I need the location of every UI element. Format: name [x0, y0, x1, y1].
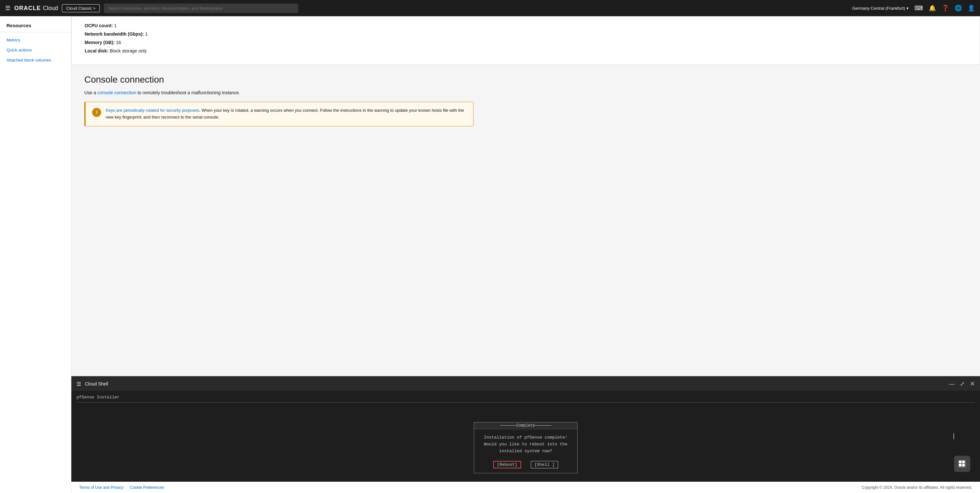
shell-controls: — ⤢ ✕ [949, 380, 975, 387]
console-title: Console connection [84, 75, 967, 85]
disk-value-text: Block storage only [110, 48, 146, 54]
terminal-cursor [953, 433, 954, 439]
shell-close-button[interactable]: ✕ [970, 380, 975, 387]
ocpu-row: OCPU count: 1 [84, 23, 967, 28]
terminal-dialog-title: Complete [516, 423, 535, 428]
oracle-logo: ORACLE Cloud [14, 5, 58, 12]
memory-label: Memory (GB): [84, 40, 115, 45]
shell-maximize-button[interactable]: ⤢ [960, 380, 965, 387]
search-input[interactable] [104, 3, 298, 13]
sidebar-section-title: Resources [0, 23, 71, 32]
cloud-wordmark: Cloud [43, 5, 58, 12]
network-label: Network bandwidth (Gbps): [84, 32, 144, 36]
region-selector[interactable]: Germany Central (Frankfurt) ▾ [852, 6, 908, 11]
svg-rect-2 [959, 464, 961, 466]
sidebar-item-attached-block-volumes[interactable]: Attached block volumes [0, 55, 71, 65]
cloud-shell-panel: ☰ Cloud Shell — ⤢ ✕ pfSense Installer ──… [72, 376, 980, 482]
top-nav-right: Germany Central (Frankfurt) ▾ ⌨ 🔔 ❓ 🌐 👤 [852, 5, 975, 12]
warning-icon: ! [92, 108, 101, 117]
terminal-reboot-button[interactable]: [Reboot] [493, 461, 521, 468]
main-layout: Resources Metrics Quick actions Attached… [0, 16, 980, 493]
user-icon[interactable]: 👤 [968, 5, 975, 12]
terminal-dialog-buttons: [Reboot] [Shell ] [474, 458, 577, 473]
terminal-dialog-wrapper: ─────── Complete ─────── Installation of… [76, 422, 975, 473]
console-icon[interactable]: ⌨ [915, 5, 923, 12]
language-icon[interactable]: 🌐 [955, 5, 962, 12]
specs-card: OCPU count: 1 Network bandwidth (Gbps): … [72, 16, 980, 65]
console-section: Console connection Use a console connect… [72, 65, 980, 376]
footer-left: Terms of Use and Privacy Cookie Preferen… [79, 485, 164, 490]
hamburger-menu-icon[interactable]: ☰ [5, 5, 10, 12]
sidebar: Resources Metrics Quick actions Attached… [0, 16, 72, 493]
cloud-shell-title: Cloud Shell [85, 381, 108, 387]
disk-label: Local disk: [84, 48, 108, 54]
terminal-help-icon[interactable] [954, 456, 970, 472]
memory-value-text: 16 [116, 40, 121, 45]
keys-rotation-link[interactable]: Keys are periodically rotated for securi… [106, 108, 199, 113]
memory-row: Memory (GB): 16 [84, 40, 967, 45]
warning-box: ! Keys are periodically rotated for secu… [84, 102, 474, 126]
sidebar-item-quick-actions[interactable]: Quick actions [0, 45, 71, 55]
terminal-shell-button[interactable]: [Shell ] [531, 461, 558, 468]
console-description: Use a console connection to remotely tro… [84, 90, 967, 95]
shell-menu-icon[interactable]: ☰ [76, 381, 81, 387]
ocpu-value-text: 1 [114, 23, 117, 28]
svg-rect-3 [962, 461, 965, 463]
terminal-dialog-body: Installation of pfSense complete! Would … [474, 429, 577, 458]
sidebar-item-metrics[interactable]: Metrics [0, 35, 71, 45]
terminal-dialog: ─────── Complete ─────── Installation of… [474, 422, 578, 473]
shell-minimize-button[interactable]: — [949, 380, 955, 387]
terminal-title-line: pfSense Installer [76, 395, 975, 400]
terminal[interactable]: pfSense Installer ─────── Complete ─────… [72, 391, 980, 482]
top-navigation: ☰ ORACLE Cloud Cloud Classic > Germany C… [0, 0, 980, 16]
cloud-shell-bar: ☰ Cloud Shell — ⤢ ✕ [72, 377, 980, 391]
console-connection-link[interactable]: console connection [97, 90, 136, 95]
disk-row: Local disk: Block storage only [84, 48, 967, 54]
footer-copyright: Copyright © 2024, Oracle and/or its affi… [862, 485, 972, 490]
ocpu-label: OCPU count: [84, 23, 113, 28]
help-icon[interactable]: ❓ [942, 5, 949, 12]
svg-rect-4 [962, 464, 965, 466]
main-content: OCPU count: 1 Network bandwidth (Gbps): … [72, 16, 980, 376]
warning-text: Keys are periodically rotated for securi… [106, 107, 467, 121]
cookies-link[interactable]: Cookie Preferences [130, 485, 164, 490]
cloud-classic-button[interactable]: Cloud Classic > [62, 4, 100, 12]
oracle-wordmark: ORACLE [14, 5, 41, 12]
network-value-text: 1 [145, 32, 148, 36]
footer: Terms of Use and Privacy Cookie Preferen… [72, 482, 980, 493]
network-row: Network bandwidth (Gbps): 1 [84, 32, 967, 36]
terminal-dialog-titlebar: ─────── Complete ─────── [474, 422, 577, 429]
terms-link[interactable]: Terms of Use and Privacy [79, 485, 124, 490]
bell-icon[interactable]: 🔔 [929, 5, 936, 12]
svg-rect-1 [959, 461, 961, 463]
